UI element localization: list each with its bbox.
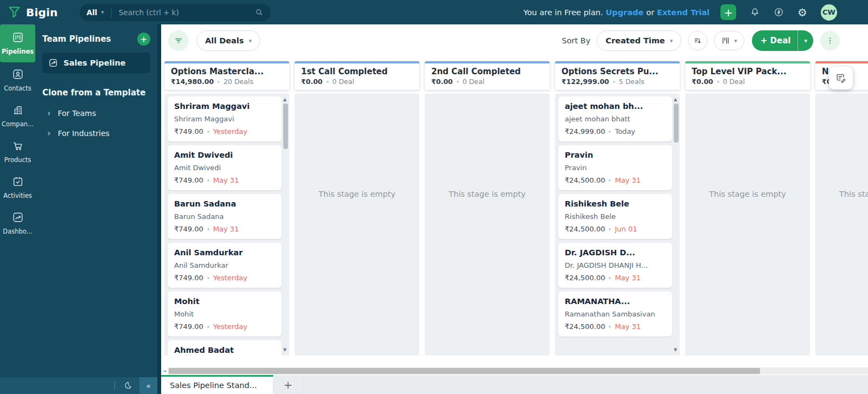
deal-card[interactable]: PravinPravin₹24,500.00May 31 bbox=[558, 145, 672, 190]
scroll-left-arrow[interactable]: ◄ bbox=[161, 369, 168, 373]
moon-icon bbox=[123, 381, 132, 390]
sidebar-item-contacts[interactable]: Contacts bbox=[0, 62, 35, 98]
quick-add-button[interactable]: + bbox=[720, 4, 736, 20]
sidebar-nav: PipelinesContactsCompan...ProductsActivi… bbox=[0, 24, 35, 394]
deal-card[interactable]: Shriram MaggaviShriram Maggavi₹749.00Yes… bbox=[168, 96, 282, 141]
kebab-menu-icon bbox=[826, 36, 834, 45]
stage-deal-count: 5 Deals bbox=[619, 77, 644, 86]
stage-header[interactable]: Top Level VIP Pack...₹0.000 Deal bbox=[685, 61, 810, 90]
scrollbar-thumb[interactable] bbox=[169, 368, 760, 374]
deal-amount: ₹24,500.00 bbox=[565, 225, 605, 233]
column-scrollbar[interactable]: ▲▼ bbox=[673, 95, 680, 354]
deal-card[interactable]: RAMANATHA...Ramanathan Sambasivan₹24,500… bbox=[558, 292, 672, 337]
user-avatar[interactable]: CW bbox=[821, 4, 837, 21]
scroll-up-arrow[interactable]: ▲ bbox=[674, 97, 677, 102]
pipeline-stage-column: Options Secrets Pu...₹122,999.005 Dealsa… bbox=[555, 61, 680, 366]
add-deal-menu-button[interactable]: ▾ bbox=[797, 30, 813, 51]
horizontal-scrollbar[interactable]: ◄ bbox=[161, 366, 868, 375]
deal-contact: Rishikesh Bele bbox=[565, 212, 666, 221]
sidebar-item-label: Products bbox=[4, 156, 31, 164]
deal-card[interactable]: Rishikesh BeleRishikesh Bele₹24,500.00Ju… bbox=[558, 194, 672, 239]
deal-closing-date: Yesterday bbox=[213, 127, 247, 135]
add-deal-label[interactable]: + Deal bbox=[752, 30, 798, 51]
sidebar-item-label: Pipelines bbox=[2, 48, 34, 55]
deal-card[interactable]: Ahmed Badat bbox=[168, 340, 282, 356]
column-scrollbar[interactable]: ▲▼ bbox=[282, 95, 289, 354]
deal-amount: ₹24,500.00 bbox=[565, 176, 605, 184]
scrollbar-thumb[interactable] bbox=[674, 104, 679, 143]
scrollbar-track[interactable] bbox=[168, 367, 868, 374]
pipeline-item-sales[interactable]: Sales Pipeline bbox=[42, 53, 150, 73]
stage-header[interactable]: Options Secrets Pu...₹122,999.005 Deals bbox=[555, 61, 680, 90]
sort-order-button[interactable] bbox=[688, 31, 707, 50]
clone-group-for-teams[interactable]: › For Teams bbox=[42, 109, 150, 118]
stage-name: Top Level VIP Pack... bbox=[692, 67, 803, 76]
global-search[interactable]: All ▾ bbox=[80, 4, 271, 21]
deal-meta: ₹24,500.00Jun 01 bbox=[565, 225, 666, 233]
sidebar-item-pipelines[interactable]: Pipelines bbox=[0, 24, 35, 62]
deal-amount: ₹749.00 bbox=[174, 274, 203, 282]
stage-header[interactable]: 2nd Call Completed₹0.000 Deal bbox=[425, 61, 550, 90]
empty-stage-text: This stage is empty bbox=[688, 190, 807, 198]
add-deal-button[interactable]: + Deal ▾ bbox=[752, 30, 813, 51]
stage-body: This stage is empty bbox=[685, 94, 810, 356]
deal-contact: Mohit bbox=[174, 310, 275, 318]
more-options-button[interactable] bbox=[820, 31, 840, 50]
deal-card[interactable]: MohitMohit₹749.00Yesterday bbox=[168, 292, 282, 337]
deal-card[interactable]: Barun SadanaBarun Sadana₹749.00May 31 bbox=[168, 194, 282, 239]
sidebar-item-label: Dashbo... bbox=[3, 228, 32, 235]
whats-new-button[interactable] bbox=[774, 7, 784, 17]
stage-deal-count: 0 Deal bbox=[723, 77, 745, 86]
stage-meta: ₹122,999.005 Deals bbox=[561, 77, 673, 86]
deal-card[interactable]: Anil SamdurkarAnil Samdurkar₹749.00Yeste… bbox=[168, 243, 282, 288]
scroll-down-arrow[interactable]: ▼ bbox=[674, 347, 677, 352]
deals-filter-dropdown[interactable]: All Deals ▾ bbox=[196, 30, 260, 51]
search-scope-select[interactable]: All bbox=[87, 8, 98, 17]
extend-trial-link[interactable]: Extend Trial bbox=[657, 8, 710, 17]
collapse-sidebar-button[interactable]: « bbox=[139, 377, 157, 394]
main-content: All Deals ▾ Sort By Created Time ▾ ▾ + D… bbox=[157, 24, 868, 394]
sidebar-footer: « bbox=[0, 377, 157, 394]
upgrade-link[interactable]: Upgrade bbox=[606, 8, 644, 17]
notifications-button[interactable] bbox=[750, 7, 760, 17]
settings-button[interactable]: ⚙ bbox=[797, 7, 807, 18]
deal-amount: ₹24,999.00 bbox=[565, 127, 605, 135]
sidebar-item-dashboards[interactable]: Dashbo... bbox=[0, 205, 35, 241]
deal-meta: ₹24,500.00May 31 bbox=[565, 176, 666, 184]
scrollbar-thumb[interactable] bbox=[283, 104, 288, 149]
sidebar-item-products[interactable]: Products bbox=[0, 134, 35, 170]
view-switcher-dropdown[interactable]: ▾ bbox=[714, 31, 744, 50]
subpipeline-tab[interactable]: Sales Pipeline Stand... bbox=[161, 375, 273, 394]
search-input[interactable] bbox=[119, 8, 254, 17]
scroll-up-arrow[interactable]: ▲ bbox=[283, 97, 286, 102]
edit-stages-button[interactable] bbox=[829, 67, 853, 89]
deal-card[interactable]: ajeet mohan bh...ajeet mohan bhatt₹24,99… bbox=[558, 96, 672, 141]
deal-meta: ₹749.00Yesterday bbox=[174, 322, 275, 331]
bell-icon bbox=[750, 7, 760, 17]
sidebar-item-activities[interactable]: Activities bbox=[0, 170, 35, 205]
chevron-down-icon: ▾ bbox=[804, 38, 807, 44]
add-subpipeline-button[interactable]: + bbox=[273, 375, 303, 394]
deal-contact: ajeet mohan bhatt bbox=[565, 115, 666, 123]
deal-meta: ₹749.00Yesterday bbox=[174, 274, 275, 282]
clone-group-for-industries[interactable]: › For Industries bbox=[42, 129, 150, 138]
deal-card[interactable]: Dr. JAGDISH D...Dr. JAGDISH DHANJI H...₹… bbox=[558, 243, 672, 288]
stage-header[interactable]: Options Mastercla...₹14,980.0020 Deals bbox=[164, 61, 289, 90]
deal-contact: Ramanathan Sambasivan bbox=[565, 310, 666, 318]
sort-field-dropdown[interactable]: Created Time ▾ bbox=[597, 30, 681, 51]
sort-by-label: Sort By bbox=[561, 36, 590, 45]
stage-amount: ₹122,999.00 bbox=[561, 77, 609, 86]
separator-dot bbox=[457, 81, 459, 83]
deal-closing-date: May 31 bbox=[213, 176, 239, 184]
deal-meta: ₹24,500.00May 31 bbox=[565, 322, 666, 331]
dashboards-icon bbox=[12, 211, 24, 225]
filter-button[interactable] bbox=[168, 30, 189, 51]
stage-header[interactable]: 1st Call Completed₹0.000 Deal bbox=[295, 61, 419, 90]
scroll-down-arrow[interactable]: ▼ bbox=[283, 347, 286, 352]
add-pipeline-button[interactable]: + bbox=[137, 33, 150, 46]
sidebar-item-companies[interactable]: Compan... bbox=[0, 98, 35, 134]
deal-card[interactable]: Amit DwivediAmit Dwivedi₹749.00May 31 bbox=[168, 145, 282, 190]
dark-mode-toggle[interactable] bbox=[123, 381, 132, 390]
deal-name: Dr. JAGDISH D... bbox=[565, 248, 666, 257]
stage-meta: ₹0.000 Deal bbox=[301, 77, 413, 86]
